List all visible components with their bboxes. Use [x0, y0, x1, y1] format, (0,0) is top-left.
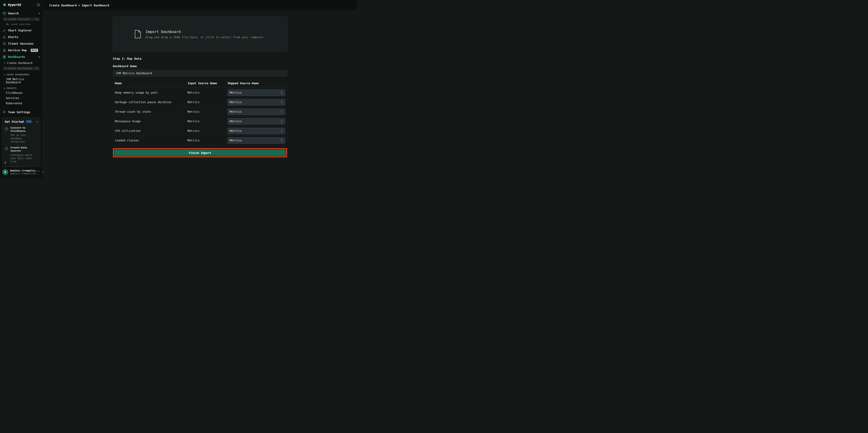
- mapped-source-select[interactable]: Metrics: [227, 128, 285, 134]
- import-dropzone[interactable]: Import Dashboard Drag and drop a JSON fi…: [113, 17, 287, 52]
- row-input-source: Metrics: [187, 91, 227, 94]
- mapping-table: Name Input Source Name Mapped Source Nam…: [113, 80, 287, 145]
- topbar: Create Dashboard > Import Dashboard: [43, 0, 357, 11]
- user-menu[interactable]: D dominic.tran@clic... dominic.tran@clic…: [0, 167, 42, 178]
- table-row: Heap memory usage by pool Metrics Metric…: [113, 88, 287, 97]
- sidebar-item-label: Alerts: [8, 35, 18, 39]
- saved-dashboards-group[interactable]: ∨ SAVED DASHBOARDS: [0, 71, 42, 77]
- group-label: PRESETS: [6, 87, 17, 90]
- get-started-item-title: Create Data Sources: [10, 146, 38, 153]
- chart-icon: [3, 29, 6, 32]
- get-started-header[interactable]: Get Started 2/3 ∧: [5, 120, 38, 123]
- row-name: Metaspace Usage: [115, 120, 188, 123]
- row-name: Thread count by state: [115, 110, 188, 113]
- chevron-up-icon: ∧: [36, 120, 38, 123]
- search-icon: [5, 18, 7, 21]
- finish-import-button[interactable]: Finish Import: [114, 150, 286, 156]
- select-chevrons-icon: [281, 91, 283, 94]
- content: Import Dashboard Drag and drop a JSON fi…: [43, 11, 357, 178]
- get-started-item-desc: Configure where your data comes from: [10, 153, 38, 163]
- selected-option: Metrics: [230, 120, 242, 123]
- mapped-source-select[interactable]: Metrics: [227, 118, 285, 125]
- saved-searches-input[interactable]: Saved Searches ⌘K: [2, 17, 40, 21]
- row-input-source: Metrics: [187, 120, 227, 123]
- search-section-label: Search: [8, 11, 19, 15]
- get-started-item-text: Create Data Sources Configure where your…: [10, 146, 38, 163]
- saved-searches-placeholder: Saved Searches: [8, 18, 30, 21]
- table-header: Name Input Source Name Mapped Source Nam…: [113, 80, 287, 88]
- sidebar-item-service-map[interactable]: Service Map BETA: [0, 47, 42, 54]
- chevron-down-icon: ∨: [4, 87, 5, 90]
- preset-link-clickhouse[interactable]: ClickHouse: [0, 90, 42, 96]
- step-label: Step 2: Map Data: [113, 57, 287, 60]
- select-chevrons-icon: [281, 120, 283, 123]
- dashboard-name-input[interactable]: [113, 70, 287, 76]
- row-input-source: Metrics: [187, 100, 227, 104]
- select-chevrons-icon: [281, 139, 283, 142]
- main-area: Create Dashboard > Import Dashboard Impo…: [43, 0, 357, 178]
- row-mapped-cell: Metrics: [227, 109, 285, 115]
- get-started-item-desc: Set up your database connection: [10, 133, 38, 143]
- content-inner: Import Dashboard Drag and drop a JSON fi…: [113, 11, 287, 178]
- dropzone-title: Import Dashboard: [146, 30, 266, 34]
- dashboard-name-label: Dashboard Name: [113, 64, 287, 68]
- mapped-source-select[interactable]: Metrics: [227, 137, 285, 144]
- sidebar-item-label: Client Sessions: [8, 42, 34, 45]
- sidebar-item-label: Team Settings: [8, 111, 30, 114]
- saved-dashboard-link[interactable]: JVM Metrics Dashboard: [0, 77, 42, 85]
- sidebar-item-alerts[interactable]: Alerts: [0, 34, 42, 40]
- group-label: SAVED DASHBOARDS: [6, 73, 29, 76]
- row-name: Heap memory usage by pool: [115, 91, 188, 94]
- sidebar-item-dashboards[interactable]: Dashboards ∧: [0, 54, 42, 60]
- breadcrumb: Create Dashboard > Import Dashboard: [49, 4, 109, 7]
- preset-link-services[interactable]: Services: [0, 96, 42, 101]
- selected-option: Metrics: [230, 91, 242, 94]
- saved-dashboards-input[interactable]: Saved Dashboards ⌘K: [2, 66, 40, 70]
- row-mapped-cell: Metrics: [227, 99, 285, 105]
- row-mapped-cell: Metrics: [227, 137, 285, 144]
- mapped-source-select[interactable]: Metrics: [227, 109, 285, 115]
- get-started-item-title: Connect to ClickHouse: [10, 126, 38, 133]
- mapped-source-select[interactable]: Metrics: [227, 90, 285, 96]
- mapped-source-select[interactable]: Metrics: [227, 99, 285, 105]
- no-saved-searches-text: No saved searches: [0, 22, 42, 27]
- shortcut-hint: ⌘K: [35, 67, 38, 70]
- sidebar-section-search[interactable]: Search ∧: [0, 9, 42, 17]
- chevron-right-icon: ›: [42, 170, 44, 174]
- row-name: Loaded classes: [115, 138, 188, 142]
- get-started-title: Get Started: [5, 120, 24, 123]
- create-dashboard-button[interactable]: + Create Dashboard: [0, 60, 42, 66]
- dropzone-text: Import Dashboard Drag and drop a JSON fi…: [146, 30, 266, 39]
- selected-option: Metrics: [230, 138, 242, 142]
- sidebar-item-team-settings[interactable]: Team Settings: [0, 109, 42, 116]
- dashboards-grid-icon: [3, 55, 6, 59]
- sidebar: HyperDX Search ∧ Saved Searches ⌘K No sa…: [0, 0, 43, 178]
- preset-link-kubernetes[interactable]: Kubernetes: [0, 101, 42, 106]
- sidebar-item-chart-explorer[interactable]: Chart Explorer: [0, 27, 42, 34]
- help-button[interactable]: ?: [2, 160, 8, 166]
- sidebar-item-label: Chart Explorer: [8, 29, 32, 32]
- dropzone-subtitle: Drag and drop a JSON file here, or click…: [146, 35, 266, 39]
- collapse-sidebar-icon[interactable]: [37, 3, 40, 6]
- annotation-highlight-box: Finish Import: [113, 148, 287, 157]
- table-row: Garbage collection pause duration Metric…: [113, 97, 287, 107]
- presets-group[interactable]: ∨ PRESETS: [0, 85, 42, 90]
- get-started-item-sources[interactable]: Create Data Sources Configure where your…: [5, 146, 38, 163]
- app-title: HyperDX: [8, 3, 21, 7]
- get-started-card: Get Started 2/3 ∧ Connect to ClickHouse …: [2, 117, 40, 167]
- selected-option: Metrics: [230, 100, 242, 104]
- column-header-input-source: Input Source Name: [188, 82, 228, 85]
- get-started-item-connect[interactable]: Connect to ClickHouse Set up your databa…: [5, 126, 38, 143]
- get-started-item-text: Add Data Start sending logs, metrics, or…: [10, 166, 34, 167]
- row-input-source: Metrics: [187, 138, 227, 142]
- search-section-icon: [3, 12, 6, 15]
- get-started-item-title: Add Data: [10, 166, 34, 167]
- sidebar-item-client-sessions[interactable]: Client Sessions: [0, 40, 42, 47]
- check-circle-icon: [5, 126, 8, 143]
- table-row: Metaspace Usage Metrics Metrics: [113, 117, 287, 126]
- get-started-item-text: Connect to ClickHouse Set up your databa…: [10, 126, 38, 143]
- plus-icon: +: [4, 61, 5, 65]
- column-header-name: Name: [115, 82, 188, 85]
- get-started-item-add-data[interactable]: Add Data Start sending logs, metrics, or…: [5, 166, 38, 167]
- table-row: Thread count by state Metrics Metrics: [113, 107, 287, 117]
